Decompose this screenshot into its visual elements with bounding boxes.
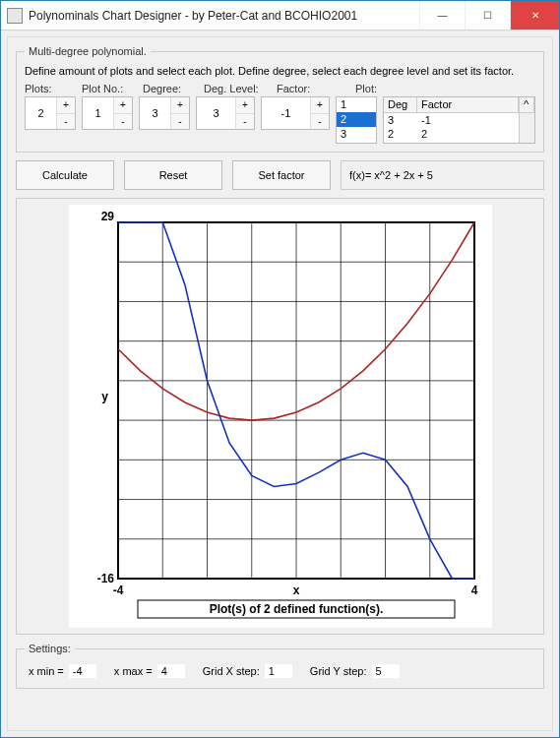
fx-display: f(x)= x^2 + 2x + 5 — [341, 160, 544, 190]
degree-spinner[interactable]: 3 + - — [139, 96, 190, 130]
gridx-value[interactable]: 1 — [265, 664, 292, 678]
xmax-value[interactable]: 4 — [157, 664, 185, 678]
chart-area: yx29-16-44Plot(s) of 2 defined function(… — [16, 198, 544, 635]
chart-canvas: yx29-16-44Plot(s) of 2 defined function(… — [69, 205, 492, 628]
plot-list-item[interactable]: 3 — [337, 127, 376, 142]
plots-spinner[interactable]: 2 + - — [25, 96, 76, 130]
cell-deg: 3 — [384, 113, 417, 127]
maximize-button[interactable]: ☐ — [465, 1, 510, 30]
minimize-button[interactable]: — — [419, 1, 465, 30]
app-icon — [7, 8, 23, 24]
degree-value: 3 — [140, 97, 171, 129]
plots-dec[interactable]: - — [57, 113, 75, 130]
svg-text:y: y — [101, 390, 108, 403]
col-deg[interactable]: Deg — [384, 97, 417, 113]
svg-text:x: x — [292, 584, 299, 597]
deglevel-inc[interactable]: + — [236, 97, 254, 113]
table-row[interactable]: 22 — [384, 127, 519, 141]
window-title: Polynominals Chart Designer - by Peter-C… — [29, 9, 419, 23]
factor-spinner[interactable]: -1 + - — [261, 96, 330, 130]
svg-text:29: 29 — [100, 210, 114, 223]
svg-text:-4: -4 — [112, 584, 123, 597]
factor-dec[interactable]: - — [311, 113, 329, 130]
deglevel-value: 3 — [197, 97, 236, 129]
plot-list-item[interactable]: 1 — [337, 97, 376, 112]
header-degree: Degree: — [143, 83, 198, 94]
degree-inc[interactable]: + — [171, 97, 189, 113]
plotno-inc[interactable]: + — [114, 97, 132, 113]
header-plots: Plots: — [25, 83, 76, 94]
gridx-label: Grid X step: — [203, 665, 260, 677]
factor-value: -1 — [262, 97, 311, 129]
plotno-dec[interactable]: - — [114, 113, 132, 130]
cell-factor: -1 — [417, 113, 519, 127]
deg-factor-table[interactable]: Deg Factor ^ 3-12213 — [383, 96, 535, 144]
xmin-label: x min = — [29, 665, 64, 677]
factor-inc[interactable]: + — [311, 97, 329, 113]
polynomial-desc: Define amount of plots and select each p… — [25, 65, 535, 77]
gridy-value[interactable]: 5 — [372, 664, 400, 678]
cell-factor: 2 — [417, 127, 519, 141]
plot-list-item[interactable]: 2 — [337, 112, 376, 127]
plotno-spinner[interactable]: 1 + - — [82, 96, 133, 130]
reset-button[interactable]: Reset — [124, 160, 222, 190]
header-factor: Factor: — [277, 83, 345, 94]
xmax-label: x max = — [114, 665, 153, 677]
cell-factor: 3 — [417, 141, 519, 143]
cell-deg: 1 — [384, 141, 417, 143]
degree-dec[interactable]: - — [171, 113, 189, 130]
header-plotno: Plot No.: — [82, 83, 137, 94]
deglevel-spinner[interactable]: 3 + - — [196, 96, 255, 130]
plotno-value: 1 — [83, 97, 114, 129]
table-row[interactable]: 13 — [384, 141, 519, 143]
table-scrollbar[interactable] — [519, 113, 534, 143]
plots-value: 2 — [26, 97, 57, 129]
plot-listbox[interactable]: 123 — [336, 96, 377, 144]
svg-text:Plot(s) of 2 defined function(: Plot(s) of 2 defined function(s). — [209, 602, 383, 616]
settings-group: Settings: x min = -4 x max = 4 Grid X st… — [16, 643, 544, 689]
plots-inc[interactable]: + — [57, 97, 75, 113]
col-factor[interactable]: Factor — [417, 97, 519, 113]
settings-legend: Settings: — [25, 643, 75, 654]
polynomial-group: Multi-degree polynomial. Define amount o… — [16, 45, 544, 153]
deglevel-dec[interactable]: - — [236, 113, 254, 130]
col-scroll[interactable]: ^ — [519, 97, 534, 113]
header-deglevel: Deg. Level: — [204, 83, 271, 94]
polynomial-legend: Multi-degree polynomial. — [25, 45, 151, 57]
set-factor-button[interactable]: Set factor — [232, 160, 331, 190]
table-row[interactable]: 3-1 — [384, 113, 519, 127]
cell-deg: 2 — [384, 127, 417, 141]
close-button[interactable]: ✕ — [510, 1, 559, 30]
calculate-button[interactable]: Calculate — [16, 160, 114, 190]
svg-text:4: 4 — [470, 584, 477, 597]
header-plot: Plot: — [355, 83, 397, 94]
xmin-value[interactable]: -4 — [69, 664, 96, 678]
gridy-label: Grid Y step: — [310, 665, 367, 677]
